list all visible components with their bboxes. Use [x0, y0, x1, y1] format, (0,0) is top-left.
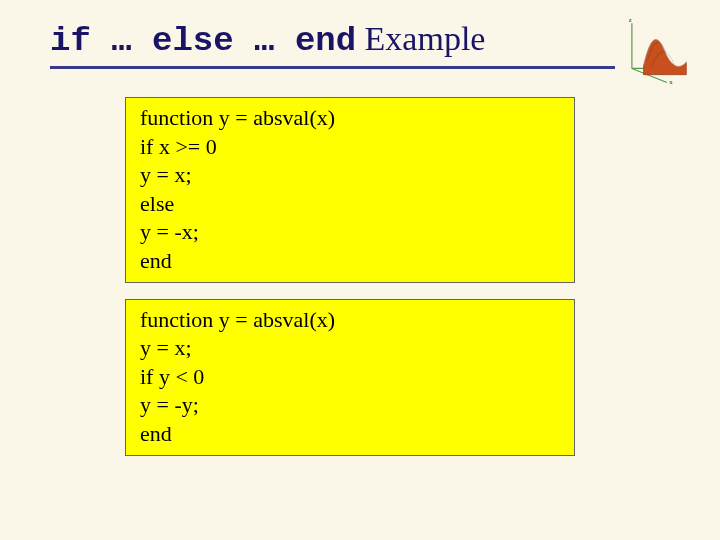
code-line: y = -y; [140, 391, 560, 420]
title-if: if [50, 22, 91, 60]
matlab-logo-icon: y z x [624, 14, 702, 84]
title-dots2: … [234, 22, 295, 60]
code-line: y = -x; [140, 218, 560, 247]
code-box-1: function y = absval(x) if x >= 0 y = x; … [125, 97, 575, 283]
code-line: else [140, 190, 560, 219]
svg-text:z: z [629, 16, 632, 24]
code-line: if y < 0 [140, 363, 560, 392]
code-line: end [140, 247, 560, 276]
title-divider [50, 66, 615, 69]
title-suffix: Example [356, 20, 485, 57]
code-line: y = x; [140, 161, 560, 190]
slide-container: if … else … end Example function y = abs… [0, 0, 720, 502]
title-dots1: … [91, 22, 152, 60]
code-line: function y = absval(x) [140, 306, 560, 335]
code-line: if x >= 0 [140, 133, 560, 162]
code-line: y = x; [140, 334, 560, 363]
code-box-2: function y = absval(x) y = x; if y < 0 y… [125, 299, 575, 456]
svg-text:x: x [669, 78, 673, 84]
code-line: end [140, 420, 560, 449]
code-line: function y = absval(x) [140, 104, 560, 133]
title-end: end [295, 22, 356, 60]
title-else: else [152, 22, 234, 60]
slide-title: if … else … end Example [50, 20, 670, 60]
